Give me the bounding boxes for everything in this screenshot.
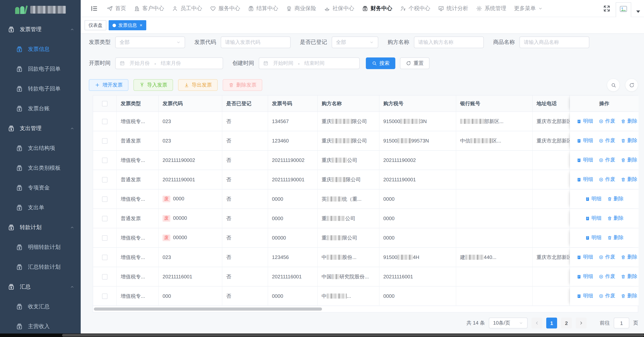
sidebar-group-支出管理[interactable]: 支出管理: [0, 118, 81, 138]
product-name-input[interactable]: 请输入商品名称: [520, 37, 589, 48]
tab-invoice-info[interactable]: 发票信息 ×: [109, 20, 146, 30]
invoice-type-select[interactable]: 全部: [115, 37, 185, 48]
row-delete-action[interactable]: 删除: [607, 215, 624, 222]
sidebar-item-专项资金[interactable]: 专项资金: [0, 178, 81, 198]
sidebar-item-主营收入[interactable]: 主营收入: [0, 316, 81, 336]
table-row: 增值税专...023否134567重庆限公司9150003N部新区...重庆市北…: [93, 112, 638, 131]
nav-item-结算中心[interactable]: 结算中心: [248, 5, 278, 12]
nav-item-服务中心[interactable]: 服务中心: [210, 5, 240, 12]
sidebar-item-发票信息[interactable]: 发票信息: [0, 39, 81, 59]
row-void-action[interactable]: 作废: [598, 292, 615, 299]
scrollbar-thumb[interactable]: [94, 307, 322, 310]
row-checkbox[interactable]: [102, 274, 108, 280]
table-horizontal-scrollbar[interactable]: [93, 306, 638, 312]
row-delete-action[interactable]: 删除: [607, 195, 624, 202]
row-checkbox[interactable]: [102, 255, 108, 260]
row-detail-action[interactable]: 明细: [585, 215, 602, 222]
sidebar-item-支出单[interactable]: 支出单: [0, 198, 81, 217]
row-checkbox[interactable]: [102, 235, 108, 241]
fullscreen-icon[interactable]: [603, 5, 611, 12]
row-delete-action[interactable]: 删除: [621, 273, 638, 280]
delete-invoice-button[interactable]: 删除发票: [223, 79, 262, 91]
next-page-button[interactable]: [576, 317, 586, 328]
caret-down-icon[interactable]: [636, 10, 640, 13]
table-search-button[interactable]: [607, 78, 620, 92]
window-horizontal-scrollbar[interactable]: [0, 333, 644, 337]
nav-item-客户中心[interactable]: 客户中心: [134, 5, 164, 12]
row-detail-action[interactable]: 明细: [576, 273, 593, 280]
row-detail-action[interactable]: 明细: [576, 292, 593, 299]
sidebar-group-汇总[interactable]: 汇总: [0, 277, 81, 297]
row-checkbox[interactable]: [102, 294, 108, 299]
row-void-action[interactable]: 作废: [598, 254, 615, 261]
sidebar-item-汇总转款计划[interactable]: 汇总转款计划: [0, 257, 81, 277]
row-checkbox[interactable]: [102, 119, 108, 124]
row-delete-action[interactable]: 删除: [621, 176, 638, 183]
buyer-name-input[interactable]: 请输入购方名称: [414, 37, 484, 48]
row-detail-action[interactable]: 明细: [576, 254, 593, 261]
row-delete-action[interactable]: 删除: [621, 137, 638, 144]
prev-page-button[interactable]: [532, 317, 542, 328]
row-void-action[interactable]: 作废: [598, 137, 615, 144]
sidebar-group-转款计划[interactable]: 转款计划: [0, 217, 81, 237]
window-scrollbar-thumb[interactable]: [62, 334, 644, 336]
row-detail-action[interactable]: 明细: [576, 176, 593, 183]
row-checkbox[interactable]: [102, 158, 108, 163]
invoice-date-range-picker[interactable]: 开始月份 - 结束月份: [115, 58, 223, 69]
sidebar-item-支出类别模板[interactable]: 支出类别模板: [0, 158, 81, 178]
sidebar-group-发票管理[interactable]: 发票管理: [0, 20, 81, 39]
nav-item-首页[interactable]: 首页: [107, 5, 126, 12]
row-delete-action[interactable]: 删除: [621, 292, 638, 299]
sidebar-item-明细转款计划[interactable]: 明细转款计划: [0, 237, 81, 257]
registered-select[interactable]: 全部: [332, 37, 378, 48]
search-button[interactable]: 搜索: [366, 58, 395, 69]
row-delete-action[interactable]: 删除: [621, 254, 638, 261]
sidebar-item-转款电子回单[interactable]: 转款电子回单: [0, 79, 81, 99]
row-detail-action[interactable]: 明细: [585, 195, 602, 202]
nav-item-商业保险[interactable]: 商业保险: [286, 5, 316, 12]
row-delete-action[interactable]: 删除: [621, 118, 638, 125]
row-detail-action[interactable]: 明细: [576, 118, 593, 125]
row-checkbox[interactable]: [102, 177, 108, 183]
sidebar-item-收支汇总[interactable]: 收支汇总: [0, 297, 81, 316]
row-void-action[interactable]: 作废: [598, 273, 615, 280]
sidebar-item-回款电子回单[interactable]: 回款电子回单: [0, 59, 81, 79]
row-detail-action[interactable]: 明细: [576, 157, 593, 164]
nav-item-社保中心[interactable]: 社保中心: [324, 5, 354, 12]
table-refresh-button[interactable]: [625, 78, 638, 92]
export-invoice-button[interactable]: 导出发票: [178, 79, 218, 91]
row-void-action[interactable]: 作废: [598, 176, 615, 183]
tab-dashboard[interactable]: 仪表盘: [84, 20, 106, 30]
invoice-code-input[interactable]: 请输入发票代码: [221, 37, 290, 48]
add-invoice-button[interactable]: 增开发票: [89, 79, 128, 91]
import-invoice-button[interactable]: 导入发票: [134, 79, 173, 91]
nav-item-系统管理[interactable]: 系统管理: [476, 5, 506, 12]
close-tab-icon[interactable]: ×: [140, 23, 142, 28]
page-button-2[interactable]: 2: [561, 317, 572, 328]
row-void-action[interactable]: 作废: [598, 118, 615, 125]
chevron-up-icon: [70, 126, 74, 131]
row-detail-action[interactable]: 明细: [576, 137, 593, 144]
nav-item-更多菜单[interactable]: 更多菜单: [514, 5, 543, 12]
row-void-action[interactable]: 作废: [598, 157, 615, 164]
nav-item-财务中心[interactable]: 财务中心: [362, 5, 392, 12]
sidebar-item-发票台账[interactable]: 发票台账: [0, 99, 81, 118]
goto-page-input[interactable]: [614, 317, 629, 328]
row-delete-action[interactable]: 删除: [621, 157, 638, 164]
create-time-range-picker[interactable]: 开始时间 - 结束时间: [259, 58, 360, 69]
page-button-1[interactable]: 1: [546, 317, 557, 328]
nav-item-个税中心[interactable]: 个税中心: [400, 5, 430, 12]
nav-item-员工中心[interactable]: 员工中心: [172, 5, 202, 12]
row-delete-action[interactable]: 删除: [607, 234, 624, 241]
hamburger-icon[interactable]: [90, 5, 98, 12]
select-all-checkbox[interactable]: [102, 101, 108, 107]
row-checkbox[interactable]: [102, 197, 108, 202]
row-checkbox[interactable]: [102, 216, 108, 221]
sidebar-item-支出结构项[interactable]: 支出结构项: [0, 138, 81, 158]
reset-button[interactable]: 重置: [400, 58, 430, 69]
page-size-select[interactable]: 10条/页: [489, 317, 528, 328]
nav-item-统计分析[interactable]: 统计分析: [438, 5, 468, 12]
row-detail-action[interactable]: 明细: [585, 234, 602, 241]
avatar[interactable]: [616, 2, 631, 19]
row-checkbox[interactable]: [102, 138, 108, 144]
